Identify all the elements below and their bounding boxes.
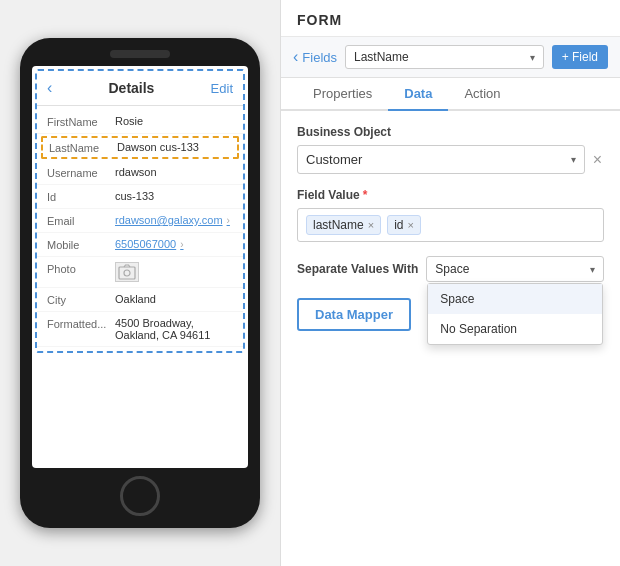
back-button[interactable]: ‹ xyxy=(47,79,52,97)
dropdown-item-space[interactable]: Space xyxy=(428,284,602,314)
separate-values-popup: Space No Separation xyxy=(427,283,603,345)
chevron-down-icon: ▾ xyxy=(530,52,535,63)
svg-rect-0 xyxy=(119,267,135,279)
tabs-row: Properties Data Action xyxy=(281,78,620,111)
field-value-tags: lastName × id × xyxy=(297,208,604,242)
dropdown-item-no-separation[interactable]: No Separation xyxy=(428,314,602,344)
business-object-label: Business Object xyxy=(297,125,604,139)
field-selector-value: LastName xyxy=(354,50,409,64)
screen-content: FirstName Rosie LastName Dawson cus-133 … xyxy=(37,106,243,351)
screen-header: ‹ Details Edit xyxy=(37,71,243,106)
add-field-button[interactable]: + Field xyxy=(552,45,608,69)
list-item: Mobile 6505067000 › xyxy=(37,233,243,257)
fields-chevron-icon: ‹ xyxy=(293,48,298,66)
fields-label: Fields xyxy=(302,50,337,65)
remove-lastname-tag[interactable]: × xyxy=(368,219,374,231)
chevron-down-icon: ▾ xyxy=(571,154,576,165)
data-mapper-button[interactable]: Data Mapper xyxy=(297,298,411,331)
tag-id: id × xyxy=(387,215,421,235)
list-item: Photo xyxy=(37,257,243,288)
list-item: Email rdawson@galaxy.com › xyxy=(37,209,243,233)
list-item: LastName Dawson cus-133 xyxy=(41,136,239,159)
form-body: Business Object Customer ▾ × Field Value… xyxy=(281,111,620,566)
list-item: FirstName Rosie xyxy=(37,110,243,134)
edit-button[interactable]: Edit xyxy=(211,81,233,96)
clear-business-object-button[interactable]: × xyxy=(591,149,604,171)
phone-screen: ‹ Details Edit FirstName Rosie LastName … xyxy=(32,66,248,468)
phone-mockup: ‹ Details Edit FirstName Rosie LastName … xyxy=(20,38,260,528)
form-panel: FORM ‹ Fields LastName ▾ + Field Propert… xyxy=(280,0,620,566)
tag-lastname: lastName × xyxy=(306,215,381,235)
list-item: Id cus-133 xyxy=(37,185,243,209)
list-item: City Oakland xyxy=(37,288,243,312)
fields-button[interactable]: ‹ Fields xyxy=(293,48,337,66)
screen-title: Details xyxy=(109,80,155,96)
business-object-dropdown[interactable]: Customer ▾ xyxy=(297,145,585,174)
svg-point-1 xyxy=(124,270,130,276)
business-object-row: Customer ▾ × xyxy=(297,145,604,174)
photo-placeholder xyxy=(115,262,139,282)
separate-values-row: Separate Values With Space ▾ Space No Se… xyxy=(297,256,604,282)
tab-data[interactable]: Data xyxy=(388,78,448,111)
phone-speaker xyxy=(110,50,170,58)
tab-action[interactable]: Action xyxy=(448,78,516,111)
chevron-down-icon: ▾ xyxy=(590,264,595,275)
business-object-value: Customer xyxy=(306,152,362,167)
required-indicator: * xyxy=(363,188,368,202)
fields-bar: ‹ Fields LastName ▾ + Field xyxy=(281,37,620,78)
list-item: Username rdawson xyxy=(37,161,243,185)
list-item: Formatted... 4500 Broadway, Oakland, CA … xyxy=(37,312,243,347)
separate-values-value: Space xyxy=(435,262,469,276)
separate-values-label: Separate Values With xyxy=(297,262,418,276)
separate-values-dropdown[interactable]: Space ▾ Space No Separation xyxy=(426,256,604,282)
phone-panel: ‹ Details Edit FirstName Rosie LastName … xyxy=(0,0,280,566)
form-title: FORM xyxy=(281,0,620,37)
field-selector-dropdown[interactable]: LastName ▾ xyxy=(345,45,544,69)
tab-properties[interactable]: Properties xyxy=(297,78,388,111)
field-value-section-label: Field Value * xyxy=(297,188,604,202)
remove-id-tag[interactable]: × xyxy=(407,219,413,231)
phone-home-button[interactable] xyxy=(120,476,160,516)
